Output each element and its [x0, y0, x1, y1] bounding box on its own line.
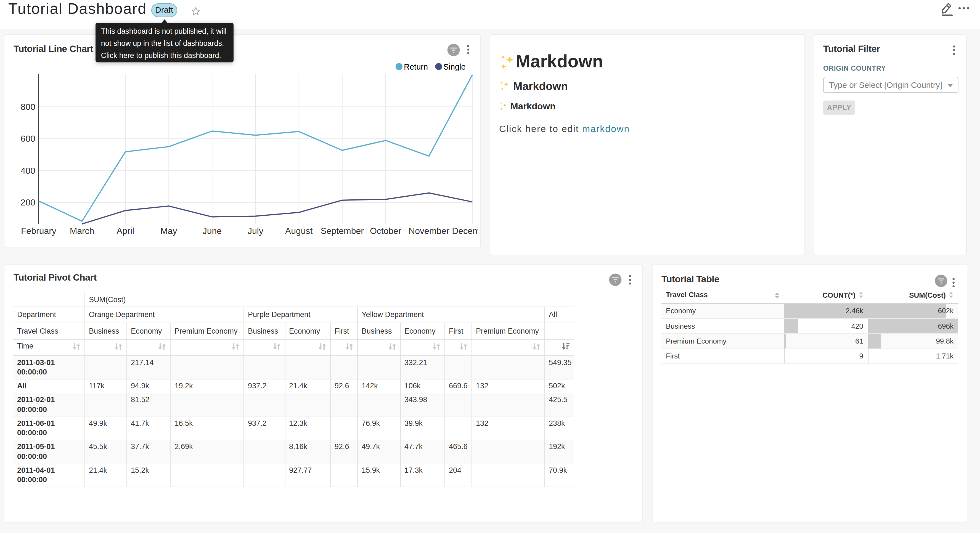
svg-text:December: December: [452, 226, 477, 236]
svg-text:November: November: [409, 226, 449, 236]
svg-text:400: 400: [21, 166, 35, 176]
svg-text:800: 800: [21, 102, 35, 112]
svg-text:July: July: [248, 226, 263, 236]
svg-text:October: October: [370, 226, 401, 236]
svg-text:May: May: [161, 226, 177, 236]
svg-text:200: 200: [21, 198, 35, 207]
svg-text:June: June: [203, 226, 222, 236]
svg-text:Single: Single: [443, 62, 466, 71]
svg-text:February: February: [21, 226, 56, 236]
svg-text:August: August: [285, 226, 313, 236]
svg-text:September: September: [320, 226, 364, 236]
svg-text:Return: Return: [404, 62, 428, 71]
svg-text:March: March: [70, 226, 94, 236]
svg-text:April: April: [116, 226, 134, 236]
svg-text:600: 600: [21, 134, 35, 144]
